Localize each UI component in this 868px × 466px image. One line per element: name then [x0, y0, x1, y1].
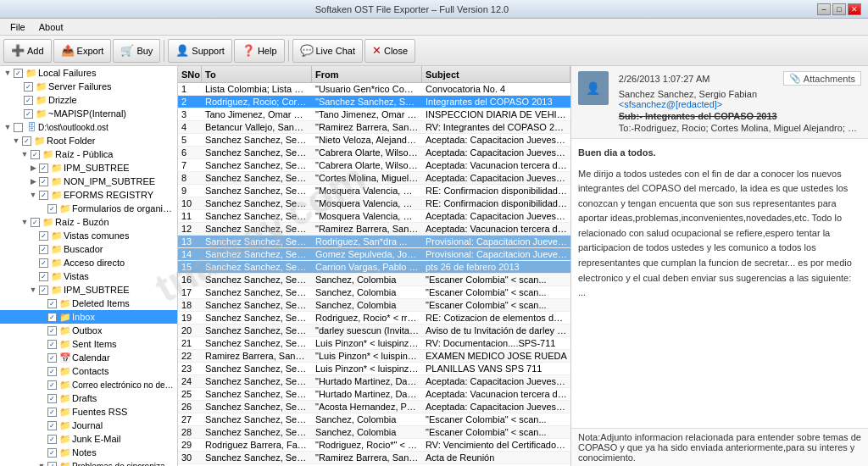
checkbox-icon[interactable] [47, 448, 57, 458]
sidebar-item-notes[interactable]: 📁 Notes [0, 446, 177, 459]
email-row[interactable]: 16 Sanchez Sanchez, Sergio F... Sanchez,… [178, 274, 570, 286]
checkbox-icon[interactable] [47, 380, 57, 390]
sidebar-item-local-failures[interactable]: ▼ 📁 Local Failures [0, 66, 177, 80]
checkbox-icon[interactable] [31, 218, 40, 227]
sidebar-item-raiz-publica[interactable]: ▼ 📁 Raíz - Pública [0, 147, 177, 161]
checkbox-icon[interactable] [39, 177, 48, 186]
email-row[interactable]: 24 Sanchez Sanchez, Sergio F... "Hurtado… [178, 375, 570, 388]
email-row[interactable]: 5 Sanchez Sanchez, Sergio F... "Nieto Ve… [178, 134, 570, 147]
sidebar-item-ost-file[interactable]: ▼ 🗄 D:\ost\outlookd.ost [0, 120, 177, 134]
email-row[interactable]: 9 Sanchez Sanchez, Sergio F... "Mosquera… [178, 185, 570, 197]
checkbox-icon[interactable] [39, 258, 48, 268]
help-button[interactable]: ❓ Help [234, 39, 285, 63]
checkbox-icon[interactable] [22, 136, 31, 146]
minimize-button[interactable]: – [817, 3, 831, 15]
checkbox-icon[interactable] [47, 326, 57, 336]
sidebar-item-drafts[interactable]: 📁 Drafts [0, 391, 177, 405]
email-row[interactable]: 11 Sanchez Sanchez, Sergio F... "Mosquer… [178, 210, 570, 223]
checkbox-icon[interactable] [47, 421, 57, 430]
sidebar-item-correo[interactable]: 📁 Correo electrónico no dese... [0, 378, 177, 391]
col-header-to[interactable]: To [202, 66, 312, 82]
email-row[interactable]: 10 Sanchez Sanchez, Sergio F... "Mosquer… [178, 197, 570, 210]
checkbox-icon[interactable] [47, 367, 57, 376]
sidebar-item-vistas[interactable]: 📁 Vistas [0, 269, 177, 283]
email-row[interactable]: 30 Sanchez Sanchez, Sergio F... "Ramirez… [178, 452, 570, 464]
sidebar-item-contacts[interactable]: 📁 Contacts [0, 364, 177, 378]
checkbox-icon[interactable] [47, 313, 57, 322]
email-row[interactable]: 2 Rodriguez, Rocio; Cortes ... "Sanchez … [178, 96, 570, 108]
sidebar-item-fuentes-rss[interactable]: 📁 Fuentes RSS [0, 405, 177, 419]
checkbox-icon[interactable] [31, 150, 40, 159]
email-row[interactable]: 15 Sanchez Sanchez, Sergio F... Carrion … [178, 261, 570, 274]
email-row[interactable]: 22 Ramirez Barrera, Sandra ... "Luis Pin… [178, 350, 570, 363]
sidebar-item-inbox[interactable]: 📁 Inbox [0, 310, 177, 324]
menu-about[interactable]: About [32, 20, 70, 34]
checkbox-icon[interactable] [47, 204, 57, 214]
close-button[interactable]: ✕ Close [364, 39, 415, 63]
sidebar-item-buscador[interactable]: 📁 Buscador [0, 242, 177, 256]
email-row[interactable]: 27 Sanchez Sanchez, Sergio F... Sanchez,… [178, 413, 570, 426]
email-row[interactable]: 17 Sanchez Sanchez, Sergio F... Sanchez,… [178, 286, 570, 299]
checkbox-icon[interactable] [47, 435, 57, 444]
sidebar-item-mapisp[interactable]: 📁 ~MAPISP(Internal) [0, 107, 177, 120]
checkbox-icon[interactable] [24, 96, 33, 105]
email-row[interactable]: 19 Sanchez Sanchez, Sergio F... Rodrigue… [178, 312, 570, 325]
checkbox-icon[interactable] [47, 462, 57, 467]
col-header-from[interactable]: From [312, 66, 422, 82]
sidebar-item-junk-email[interactable]: 📁 Junk E-Mail [0, 432, 177, 446]
checkbox-icon[interactable] [14, 69, 23, 78]
email-row[interactable]: 6 Sanchez Sanchez, Sergio F... "Cabrera … [178, 147, 570, 159]
livechat-button[interactable]: 💬 Live Chat [292, 39, 363, 63]
sidebar-item-ipm-subtree[interactable]: ▶ 📁 IPM_SUBTREE [0, 161, 177, 175]
sidebar-item-raiz-buzon[interactable]: ▼ 📁 Raíz - Buzón [0, 215, 177, 229]
menu-file[interactable]: File [3, 20, 32, 34]
sidebar-item-outbox[interactable]: 📁 Outbox [0, 324, 177, 337]
export-button[interactable]: 📤 Export [53, 39, 112, 63]
sidebar-item-deleted-items[interactable]: 📁 Deleted Items [0, 297, 177, 310]
checkbox-icon[interactable] [47, 353, 57, 363]
sidebar-item-problemas[interactable]: ▼ 📁 Problemas de sincroniza... [0, 459, 177, 466]
sidebar-item-acceso-directo[interactable]: 📁 Acceso directo [0, 256, 177, 269]
checkbox-icon[interactable] [47, 299, 57, 308]
email-row[interactable]: 7 Sanchez Sanchez, Sergio F... "Cabrera … [178, 159, 570, 172]
checkbox-icon[interactable] [47, 408, 57, 417]
col-header-sno[interactable]: SNo [178, 66, 202, 82]
maximize-button[interactable]: □ [832, 3, 846, 15]
add-button[interactable]: ➕ Add [3, 39, 52, 63]
sidebar-item-journal[interactable]: 📁 Journal [0, 419, 177, 432]
preview-attachments[interactable]: 📎 Attachments [783, 71, 861, 86]
close-window-button[interactable]: ✕ [848, 3, 861, 15]
email-row[interactable]: 8 Sanchez Sanchez, Sergio F... "Cortes M… [178, 172, 570, 185]
sidebar-item-ipm-subtree2[interactable]: ▼ 📁 IPM_SUBTREE [0, 283, 177, 297]
email-row[interactable]: 14 Sanchez Sanchez, Sergio F... Gomez Se… [178, 248, 570, 261]
sidebar-item-root-folder[interactable]: ▼ 📁 Root Folder [0, 134, 177, 147]
sidebar-item-non-ipm-subtree[interactable]: ▶ 📁 NON_IPM_SUBTREE [0, 175, 177, 188]
email-row[interactable]: 20 Sanchez Sanchez, Sergio F... "darley … [178, 325, 570, 337]
col-header-subject[interactable]: Subject [422, 66, 570, 82]
email-row[interactable]: 1 Lista Colombia; Lista Co... "Usuario G… [178, 83, 570, 96]
checkbox-icon[interactable] [24, 82, 33, 92]
sidebar-item-calendar[interactable]: 📅 Calendar [0, 351, 177, 364]
email-row[interactable]: 23 Sanchez Sanchez, Sergio F... Luis Pin… [178, 363, 570, 375]
support-button[interactable]: 👤 Support [168, 39, 232, 63]
sidebar-item-server-failures[interactable]: 📁 Server Failures [0, 80, 177, 93]
checkbox-icon[interactable] [24, 109, 33, 119]
email-row[interactable]: 3 Tano Jimenez, Omar De ... "Tano Jimene… [178, 108, 570, 121]
sidebar-item-drizzle[interactable]: 📁 Drizzle [0, 93, 177, 107]
email-row[interactable]: 29 Rodriguez Barrera, Fabio "Rodriguez, … [178, 439, 570, 452]
email-row[interactable]: 4 Betancur Vallejo, Sandra ... "Ramirez … [178, 121, 570, 134]
checkbox-icon[interactable] [39, 231, 48, 241]
email-row[interactable]: 12 Sanchez Sanchez, Sergio F... "Ramirez… [178, 223, 570, 236]
email-row[interactable]: 21 Sanchez Sanchez, Sergio F... Luis Pin… [178, 337, 570, 350]
email-row[interactable]: 13 Sanchez Sanchez, Sergio F... Rodrigue… [178, 236, 570, 248]
checkbox-icon[interactable] [47, 394, 57, 403]
sidebar-item-formularios[interactable]: 📁 Formularios de organiza... [0, 202, 177, 215]
sidebar-item-eforms[interactable]: ▼ 📁 EFORMS REGISTRY [0, 188, 177, 202]
email-row[interactable]: 26 Sanchez Sanchez, Sergio F... "Acosta … [178, 401, 570, 413]
checkbox-icon[interactable] [39, 272, 48, 281]
email-row[interactable]: 25 Sanchez Sanchez, Sergio F... "Hurtado… [178, 388, 570, 401]
checkbox-icon[interactable] [39, 191, 48, 200]
checkbox-icon[interactable] [39, 164, 48, 173]
checkbox-icon[interactable] [39, 286, 48, 295]
email-row[interactable]: 28 Sanchez Sanchez, Sergio F... Sanchez,… [178, 426, 570, 439]
